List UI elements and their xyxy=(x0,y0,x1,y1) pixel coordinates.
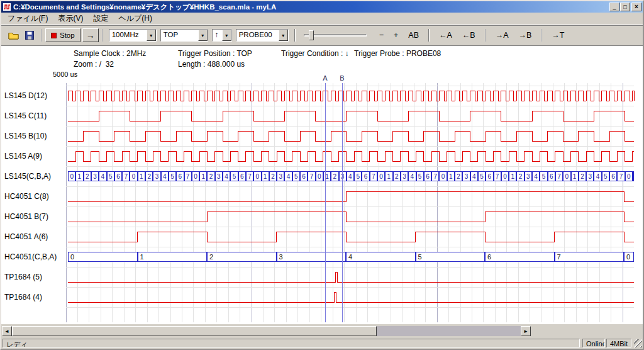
channel-label: HC4051(C,B,A) xyxy=(4,252,57,262)
jump-left-cursor-b-button[interactable]: ←B xyxy=(458,30,479,41)
cursor-b-label: B xyxy=(340,74,344,82)
cursor-ab-button[interactable]: AB xyxy=(404,30,423,41)
menu-item-help[interactable]: ヘルプ(H) xyxy=(113,12,157,25)
svg-text:0: 0 xyxy=(70,253,74,261)
toolbar-separator xyxy=(485,29,486,42)
toolbar-buttons: −+AB←A←B→A→B→T xyxy=(375,29,569,42)
svg-text:4: 4 xyxy=(348,253,352,261)
jump-left-cursor-a-button[interactable]: ←A xyxy=(435,30,456,41)
dropdown-arrow-icon[interactable]: ▼ xyxy=(279,30,288,41)
channel-label: HC4051 C(8) xyxy=(4,191,49,201)
window-title: C:¥Documents and Settings¥noname¥デスクトップ¥… xyxy=(11,3,609,12)
status-ready-text: レディ xyxy=(3,339,580,347)
slider-handle[interactable] xyxy=(309,30,314,40)
svg-text:5: 5 xyxy=(542,173,546,180)
channel-label: LS145 C(11) xyxy=(4,111,47,121)
svg-text:6: 6 xyxy=(240,173,244,180)
menu-item-settings[interactable]: 設定 xyxy=(88,12,113,25)
zoom-text: Zoom : / 32 xyxy=(74,60,114,69)
svg-text:0: 0 xyxy=(626,253,630,261)
channel-label: TP1684 (5) xyxy=(4,272,42,282)
toolbar-separator xyxy=(541,29,542,42)
maximize-button[interactable]: □ xyxy=(620,3,630,11)
svg-text:1: 1 xyxy=(140,173,143,180)
channel-label-column: LS145 D(12)LS145 C(11)LS145 B(10)LS145 A… xyxy=(0,0,66,350)
channel-trace-1 xyxy=(68,111,634,121)
svg-text:2: 2 xyxy=(395,173,399,180)
toolbar-separator xyxy=(294,29,296,42)
channel-trace-3 xyxy=(68,151,634,161)
sample-clock-value: 100MHz xyxy=(109,30,147,41)
svg-text:4: 4 xyxy=(534,173,538,180)
svg-text:3: 3 xyxy=(279,173,283,180)
run-button[interactable]: → xyxy=(82,28,99,42)
length-text: Length : 488.000 us xyxy=(178,60,245,69)
svg-text:6: 6 xyxy=(487,253,491,261)
svg-text:6: 6 xyxy=(116,173,120,180)
close-button[interactable]: × xyxy=(631,3,641,11)
svg-text:0: 0 xyxy=(379,173,383,180)
zoom-out-button[interactable]: − xyxy=(375,30,387,41)
horizontal-scrollbar[interactable]: ◄ ► xyxy=(2,326,531,336)
svg-text:1: 1 xyxy=(140,253,144,261)
channel-trace-4: 0123456701234567012345670123456701234567… xyxy=(69,172,634,181)
svg-text:6: 6 xyxy=(611,173,615,180)
svg-text:0: 0 xyxy=(256,173,260,180)
sample-clock-combobox[interactable]: 100MHz▼ xyxy=(109,29,157,42)
svg-text:3: 3 xyxy=(589,173,592,180)
svg-text:0: 0 xyxy=(503,173,507,180)
svg-text:5: 5 xyxy=(233,173,236,180)
svg-text:1: 1 xyxy=(573,173,577,180)
svg-text:1: 1 xyxy=(387,173,391,180)
svg-text:0: 0 xyxy=(627,173,631,180)
menu-bar: ファイル(F)表示(V)設定ヘルプ(H) xyxy=(1,13,643,25)
svg-text:4: 4 xyxy=(596,173,600,180)
svg-text:5: 5 xyxy=(294,173,298,180)
svg-text:4: 4 xyxy=(411,173,414,180)
trigger-edge-combobox[interactable]: ↑▼ xyxy=(212,29,232,42)
svg-text:4: 4 xyxy=(225,173,228,180)
resize-grip[interactable] xyxy=(634,339,642,347)
svg-text:2: 2 xyxy=(519,173,523,180)
svg-text:3: 3 xyxy=(402,173,406,180)
svg-text:3: 3 xyxy=(465,173,469,180)
trigger-position-combobox[interactable]: TOP▼ xyxy=(160,29,208,42)
svg-text:5: 5 xyxy=(418,173,422,180)
svg-text:4: 4 xyxy=(472,173,476,180)
svg-text:0: 0 xyxy=(194,173,197,180)
waveform-plot[interactable]: 0123456701234567012345670123456701234567… xyxy=(0,74,644,324)
svg-text:4: 4 xyxy=(348,173,352,180)
dropdown-arrow-icon[interactable]: ▼ xyxy=(222,30,231,41)
svg-text:1: 1 xyxy=(78,173,82,180)
svg-text:1: 1 xyxy=(511,173,515,180)
minimize-button[interactable]: _ xyxy=(609,3,619,11)
svg-text:1: 1 xyxy=(264,173,267,180)
zoom-in-button[interactable]: + xyxy=(390,30,402,41)
zoom-slider[interactable] xyxy=(304,29,367,42)
jump-right-cursor-b-button[interactable]: →B xyxy=(515,30,536,41)
jump-trigger-button[interactable]: →T xyxy=(548,30,568,41)
svg-text:4: 4 xyxy=(163,173,167,180)
svg-text:4: 4 xyxy=(101,173,105,180)
toolbar: Stop → 100MHz▼TOP▼↑▼PROBE00▼ −+AB←A←B→A→… xyxy=(1,25,643,45)
scrollbar-thumb[interactable] xyxy=(12,326,377,336)
scroll-right-button[interactable]: ► xyxy=(521,326,531,336)
run-arrow-icon: → xyxy=(86,30,95,40)
trigger-edge-value: ↑ xyxy=(213,30,222,41)
jump-right-cursor-a-button[interactable]: →A xyxy=(492,30,513,41)
svg-text:2: 2 xyxy=(209,173,213,180)
dropdown-arrow-icon[interactable]: ▼ xyxy=(147,30,156,41)
svg-text:7: 7 xyxy=(186,173,190,180)
dropdown-arrow-icon[interactable]: ▼ xyxy=(198,30,208,41)
channel-trace-7 xyxy=(68,232,634,242)
svg-text:6: 6 xyxy=(364,173,368,180)
trigger-probe-combobox[interactable]: PROBE00▼ xyxy=(236,29,289,42)
svg-text:7: 7 xyxy=(248,173,252,180)
channel-trace-8: 012345670 xyxy=(69,252,634,262)
svg-text:5: 5 xyxy=(480,173,484,180)
svg-text:2: 2 xyxy=(580,173,584,180)
svg-text:6: 6 xyxy=(550,173,553,180)
svg-text:1: 1 xyxy=(202,173,206,180)
status-bar: レディ Online 4MBit xyxy=(1,337,643,349)
svg-text:5: 5 xyxy=(170,173,174,180)
